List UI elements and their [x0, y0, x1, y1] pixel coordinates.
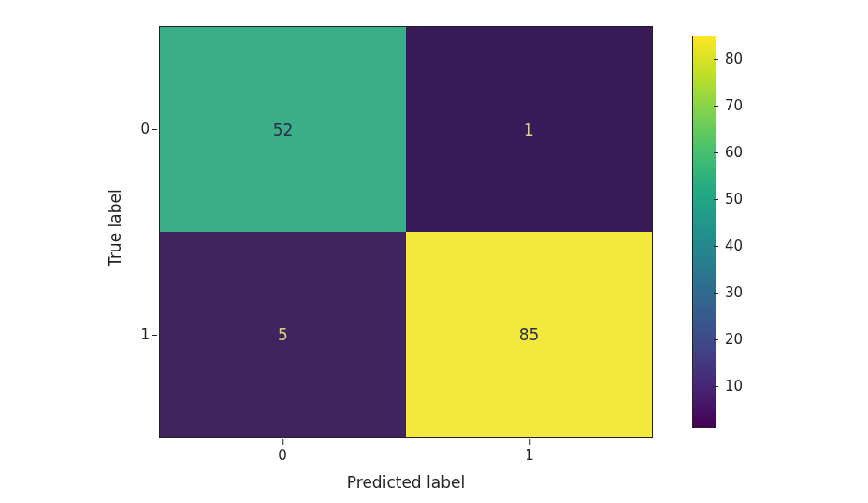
- figure: 521585 0 1 0 1 True label Predicted labe…: [0, 0, 868, 503]
- tick-mark: [714, 152, 718, 153]
- heatmap-cell-value: 5: [278, 325, 288, 344]
- heatmap-cell-1-1: 85: [406, 232, 652, 437]
- heatmap-row: 521: [160, 27, 652, 232]
- colorbar-tick-label: 60: [717, 144, 743, 161]
- heatmap-axes: 521585: [159, 26, 653, 438]
- tick-mark: [714, 59, 718, 60]
- colorbar-tick: 30: [717, 284, 743, 301]
- x-tick-1: 1: [525, 447, 534, 464]
- y-axis-label: True label: [106, 189, 124, 266]
- colorbar-tick-label: 30: [717, 284, 743, 301]
- colorbar-tick-label: 40: [717, 237, 743, 254]
- colorbar: 1020304050607080: [692, 36, 716, 428]
- y-tick-1-label: 1: [140, 326, 150, 343]
- y-tick-1: 1: [112, 326, 150, 343]
- x-axis-label: Predicted label: [347, 473, 465, 492]
- colorbar-tick-label: 20: [717, 331, 743, 348]
- heatmap-row: 585: [160, 232, 652, 437]
- tick-mark: [152, 129, 157, 130]
- heatmap-cell-0-0: 52: [160, 27, 406, 232]
- tick-mark: [714, 246, 718, 247]
- tick-mark: [714, 106, 718, 107]
- x-tick-0: 0: [278, 447, 287, 464]
- tick-mark: [714, 199, 718, 200]
- colorbar-tick: 60: [717, 144, 743, 161]
- colorbar-tick: 20: [717, 331, 743, 348]
- tick-mark: [714, 386, 718, 387]
- heatmap-cell-1-0: 5: [160, 232, 406, 437]
- colorbar-tick-label: 70: [717, 97, 743, 114]
- tick-mark: [714, 293, 718, 294]
- tick-mark: [714, 339, 718, 340]
- colorbar-tick-label: 10: [717, 378, 743, 395]
- colorbar-tick: 40: [717, 237, 743, 254]
- colorbar-tick: 80: [717, 50, 743, 67]
- colorbar-tick-label: 50: [717, 191, 743, 208]
- x-tick-1-label: 1: [525, 447, 534, 464]
- heatmap-cell-0-1: 1: [406, 27, 652, 232]
- tick-mark: [529, 439, 530, 445]
- heatmap-cell-value: 52: [273, 121, 294, 139]
- heatmap-cell-value: 1: [524, 121, 534, 139]
- heatmap-cell-value: 85: [519, 325, 540, 344]
- colorbar-tick: 50: [717, 191, 743, 208]
- colorbar-tick: 10: [717, 378, 743, 395]
- y-tick-0-label: 0: [140, 121, 150, 137]
- colorbar-gradient: [692, 36, 716, 428]
- x-tick-0-label: 0: [278, 447, 287, 464]
- colorbar-tick-label: 80: [717, 50, 743, 67]
- y-tick-0: 0: [112, 121, 150, 137]
- tick-mark: [152, 335, 157, 336]
- colorbar-tick: 70: [717, 97, 743, 114]
- tick-mark: [282, 439, 283, 445]
